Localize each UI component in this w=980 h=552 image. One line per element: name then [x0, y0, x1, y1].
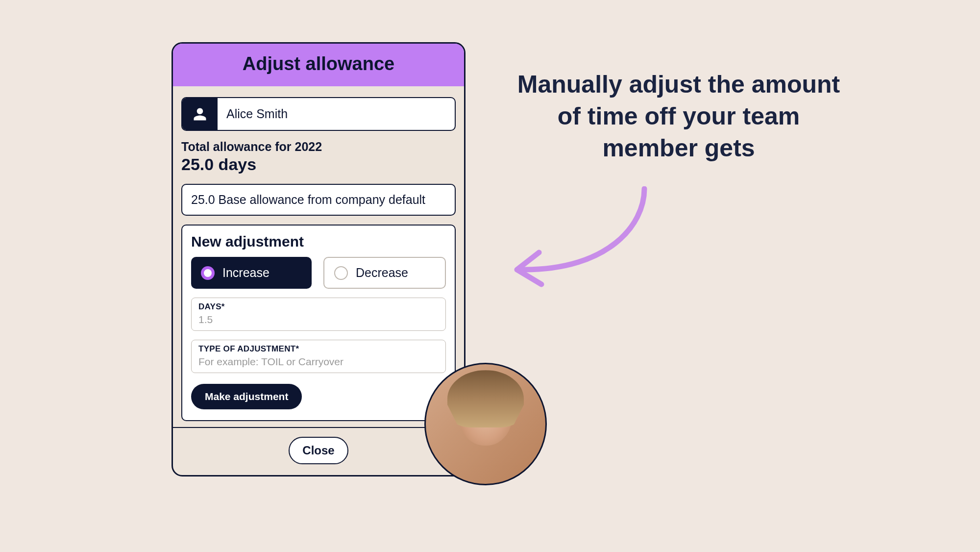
days-field-label: DAYS*	[198, 302, 439, 312]
modal-title: Adjust allowance	[173, 53, 464, 75]
adjustment-direction-toggle: Increase Decrease	[191, 257, 446, 289]
modal-header: Adjust allowance	[173, 44, 464, 86]
increase-toggle[interactable]: Increase	[191, 257, 312, 289]
allowance-summary: Total allowance for 2022 25.0 days	[181, 140, 456, 174]
close-button[interactable]: Close	[289, 437, 348, 464]
radio-selected-icon	[201, 266, 215, 280]
adjust-allowance-modal: Adjust allowance Alice Smith Total allow…	[172, 42, 466, 477]
type-field[interactable]: TYPE OF ADJUSTMENT*	[191, 340, 446, 373]
type-input[interactable]	[198, 356, 439, 368]
modal-body: Alice Smith Total allowance for 2022 25.…	[173, 86, 464, 427]
person-name: Alice Smith	[218, 98, 296, 130]
type-field-label: TYPE OF ADJUSTMENT*	[198, 344, 439, 354]
person-selector[interactable]: Alice Smith	[181, 97, 456, 131]
new-adjustment-card: New adjustment Increase Decrease DAYS* T…	[181, 225, 456, 421]
allowance-value: 25.0 days	[181, 155, 456, 174]
decrease-toggle[interactable]: Decrease	[323, 257, 446, 289]
callout-arrow-icon	[510, 186, 652, 294]
modal-footer: Close	[173, 427, 464, 475]
days-input[interactable]	[198, 314, 439, 326]
avatar	[424, 363, 547, 485]
days-field[interactable]: DAYS*	[191, 298, 446, 331]
radio-unselected-icon	[334, 266, 348, 280]
allowance-label: Total allowance for 2022	[181, 140, 456, 154]
decrease-label: Decrease	[356, 266, 408, 280]
make-adjustment-button[interactable]: Make adjustment	[191, 384, 302, 409]
callout-text: Manually adjust the amount of time off y…	[507, 69, 850, 164]
adjustment-heading: New adjustment	[191, 233, 446, 250]
increase-label: Increase	[222, 266, 270, 280]
base-allowance-row: 25.0 Base allowance from company default	[181, 184, 456, 216]
person-icon	[182, 98, 218, 130]
